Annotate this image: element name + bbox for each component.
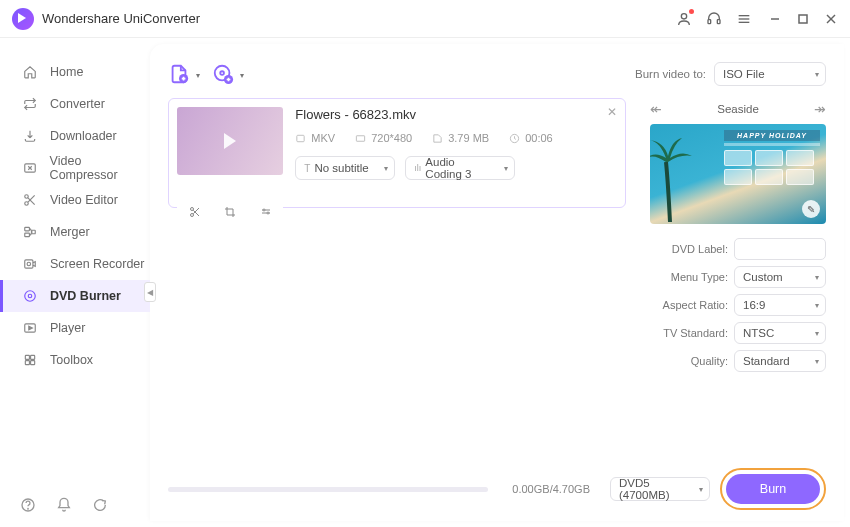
chevron-down-icon: ▾	[196, 71, 200, 80]
sidebar-item-dvd-burner[interactable]: DVD Burner	[0, 280, 150, 312]
sidebar-item-recorder[interactable]: Screen Recorder	[0, 248, 150, 280]
svg-point-11	[25, 195, 29, 199]
burn-to-value: ISO File	[723, 68, 765, 80]
svg-rect-7	[799, 15, 807, 23]
trim-icon[interactable]	[189, 206, 201, 218]
sidebar-item-downloader[interactable]: Downloader	[0, 120, 150, 152]
aspect-ratio-select[interactable]: 16:9▾	[734, 294, 826, 316]
dvd-label-input[interactable]	[734, 238, 826, 260]
sidebar-item-label: Video Editor	[50, 193, 118, 207]
audio-select[interactable]: ılıAudio Coding 3▾	[405, 156, 515, 180]
minimize-button[interactable]	[768, 12, 782, 26]
compress-icon	[22, 160, 38, 176]
burn-highlight: Burn	[720, 468, 826, 510]
help-icon[interactable]	[20, 497, 36, 513]
app-logo-icon	[12, 8, 34, 30]
svg-point-33	[190, 208, 193, 211]
feedback-icon[interactable]	[92, 497, 108, 513]
chevron-down-icon: ▾	[384, 164, 388, 173]
disc-type-select[interactable]: DVD5 (4700MB)▾	[610, 477, 710, 501]
headset-icon[interactable]	[704, 9, 724, 29]
sidebar-item-compressor[interactable]: Video Compressor	[0, 152, 150, 184]
content: Flowers - 66823.mkv MKV 720*480 3.79 MB …	[168, 98, 826, 467]
menu-icon[interactable]	[734, 9, 754, 29]
burn-button[interactable]: Burn	[726, 474, 820, 504]
video-resolution: 720*480	[355, 132, 412, 144]
play-icon	[22, 320, 38, 336]
theme-next-button[interactable]: ↠	[814, 101, 826, 117]
svg-point-28	[28, 508, 29, 509]
video-duration: 00:06	[509, 132, 553, 144]
sidebar-item-home[interactable]: Home	[0, 56, 150, 88]
record-icon	[22, 256, 38, 272]
home-icon	[22, 64, 38, 80]
video-size: 3.79 MB	[432, 132, 489, 144]
sidebar-item-label: Screen Recorder	[50, 257, 145, 271]
theme-prev-button[interactable]: ↞	[650, 101, 662, 117]
sidebar-item-label: Home	[50, 65, 83, 79]
sidebar-item-label: Toolbox	[50, 353, 93, 367]
svg-point-39	[263, 209, 265, 211]
sidebar: Home Converter Downloader Video Compress…	[0, 38, 150, 527]
bell-icon[interactable]	[56, 497, 72, 513]
sidebar-item-player[interactable]: Player	[0, 312, 150, 344]
subtitle-select[interactable]: TNo subtitle▾	[295, 156, 395, 180]
body: Home Converter Downloader Video Compress…	[0, 38, 850, 527]
sidebar-item-merger[interactable]: Merger	[0, 216, 150, 248]
load-disc-button[interactable]: ▾	[212, 63, 234, 85]
aspect-ratio-label: Aspect Ratio:	[663, 299, 728, 311]
merge-icon	[22, 224, 38, 240]
crop-icon[interactable]	[224, 206, 236, 218]
toolbar: ▾ ▾ Burn video to: ISO File ▾	[168, 54, 826, 94]
svg-rect-16	[25, 233, 30, 237]
sidebar-item-label: Player	[50, 321, 85, 335]
svg-rect-15	[25, 227, 30, 231]
sidebar-item-label: Merger	[50, 225, 90, 239]
svg-rect-2	[717, 19, 720, 23]
sidebar-item-label: DVD Burner	[50, 289, 121, 303]
scissors-icon	[22, 192, 38, 208]
close-button[interactable]	[824, 12, 838, 26]
svg-point-40	[267, 212, 269, 214]
sidebar-item-label: Downloader	[50, 129, 117, 143]
notification-dot-icon	[689, 9, 694, 14]
remove-video-button[interactable]: ✕	[607, 105, 617, 119]
video-thumbnail[interactable]	[177, 107, 283, 175]
svg-point-34	[190, 214, 193, 217]
edit-theme-button[interactable]: ✎	[802, 200, 820, 218]
svg-rect-17	[32, 230, 36, 234]
svg-point-0	[681, 13, 686, 18]
svg-rect-23	[25, 355, 29, 359]
palm-decor-icon	[650, 132, 702, 222]
svg-rect-1	[708, 19, 711, 23]
svg-rect-26	[31, 361, 35, 365]
settings-panel: ↞ Seaside ↠ HAPPY HOLIDAY ✎	[650, 98, 826, 467]
app-title: Wondershare UniConverter	[42, 11, 200, 26]
chevron-down-icon: ▾	[815, 357, 819, 366]
theme-name: Seaside	[717, 103, 759, 115]
bottom-bar: 0.00GB/4.70GB DVD5 (4700MB)▾ Burn	[168, 467, 826, 511]
svg-point-12	[25, 202, 29, 206]
sidebar-item-converter[interactable]: Converter	[0, 88, 150, 120]
size-progress	[168, 487, 488, 492]
add-file-button[interactable]: ▾	[168, 63, 190, 85]
svg-rect-41	[297, 135, 304, 141]
maximize-button[interactable]	[796, 12, 810, 26]
burn-to-select[interactable]: ISO File ▾	[714, 62, 826, 86]
account-icon[interactable]	[674, 9, 694, 29]
svg-point-21	[28, 294, 32, 298]
sidebar-collapse-button[interactable]: ◀	[144, 282, 156, 302]
effect-icon[interactable]	[260, 206, 272, 218]
quality-select[interactable]: Standard▾	[734, 350, 826, 372]
theme-preview: HAPPY HOLIDAY ✎	[650, 124, 826, 224]
sidebar-item-label: Converter	[50, 97, 105, 111]
tv-standard-select[interactable]: NTSC▾	[734, 322, 826, 344]
sidebar-item-editor[interactable]: Video Editor	[0, 184, 150, 216]
sidebar-item-toolbox[interactable]: Toolbox	[0, 344, 150, 376]
toolbox-icon	[22, 352, 38, 368]
svg-rect-24	[31, 355, 35, 359]
menu-type-select[interactable]: Custom▾	[734, 266, 826, 288]
video-card: Flowers - 66823.mkv MKV 720*480 3.79 MB …	[168, 98, 626, 208]
dvd-label-label: DVD Label:	[672, 243, 728, 255]
video-filename: Flowers - 66823.mkv	[295, 107, 617, 122]
